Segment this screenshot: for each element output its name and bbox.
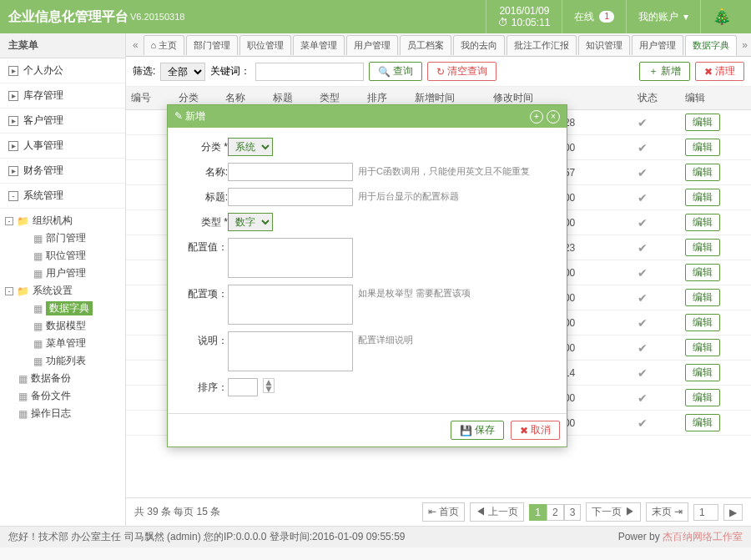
app-header: 企业信息化管理平台 V6.20150318 2016/01/09⏱ 10:05:… bbox=[0, 0, 751, 33]
pager-last[interactable]: 末页 ⇥ bbox=[646, 502, 688, 522]
tab[interactable]: 员工档案 bbox=[400, 35, 451, 55]
sidebar-tree: -📁 组织机构▦ 部门管理▦ 职位管理▦ 用户管理-📁 系统设置▦ 数据字典▦ … bbox=[0, 209, 125, 526]
edit-row-button[interactable]: 编辑 bbox=[685, 389, 720, 406]
tree-item[interactable]: ▦ 操作日志 bbox=[5, 405, 120, 422]
col-status[interactable]: 状态 bbox=[633, 87, 680, 110]
tree-item[interactable]: ▦ 职位管理 bbox=[5, 247, 120, 265]
status-icon: ✔ bbox=[633, 310, 680, 335]
pager: 共 39 条 每页 15 条 ⇤ 首页 ◀ 上一页 123 下一页 ▶ 末页 ⇥… bbox=[126, 497, 751, 526]
edit-row-button[interactable]: 编辑 bbox=[685, 289, 720, 306]
edit-row-button[interactable]: 编辑 bbox=[685, 189, 720, 206]
pager-prev[interactable]: ◀ 上一页 bbox=[470, 502, 524, 522]
field-value-textarea[interactable] bbox=[228, 238, 353, 278]
tab[interactable]: 批注工作汇报 bbox=[507, 35, 577, 55]
modal-refresh-icon[interactable]: + bbox=[530, 110, 543, 124]
filter-label: 筛选: bbox=[133, 64, 155, 78]
tree-item[interactable]: ▦ 功能列表 bbox=[5, 352, 120, 370]
nav-item[interactable]: ▸人事管理 bbox=[0, 134, 125, 159]
status-icon: ✔ bbox=[633, 160, 680, 185]
add-button[interactable]: ＋ 新增 bbox=[639, 62, 690, 81]
edit-row-button[interactable]: 编辑 bbox=[685, 214, 720, 231]
pager-next[interactable]: 下一页 ▶ bbox=[586, 502, 640, 522]
pager-go[interactable]: ▶ bbox=[723, 504, 743, 521]
tree-item[interactable]: ▦ 备份文件 bbox=[5, 387, 120, 405]
tab[interactable]: 我的去向 bbox=[453, 35, 505, 55]
status-icon: ✔ bbox=[633, 335, 680, 361]
tab[interactable]: 用户管理 bbox=[632, 35, 683, 55]
header-account[interactable]: 我的账户▾ bbox=[626, 0, 700, 33]
tab[interactable]: 职位管理 bbox=[239, 35, 291, 55]
status-icon: ✔ bbox=[633, 361, 680, 386]
status-icon: ✔ bbox=[633, 185, 680, 210]
edit-row-button[interactable]: 编辑 bbox=[685, 164, 720, 181]
header-tree-icon[interactable]: 🎄 bbox=[700, 0, 743, 33]
tree-item[interactable]: ▦ 部门管理 bbox=[5, 230, 120, 247]
filter-bar: 筛选: 全部 关键词： 🔍 查询 ↻ 清空查询 ＋ 新增 ✖ 清理 bbox=[126, 57, 751, 87]
tab[interactable]: 部门管理 bbox=[186, 35, 238, 55]
field-type-select[interactable]: 数字 bbox=[228, 213, 273, 231]
status-icon: ✔ bbox=[633, 110, 680, 135]
nav-item[interactable]: ▸财务管理 bbox=[0, 159, 125, 184]
sort-stepper[interactable]: ▲▼ bbox=[263, 378, 275, 393]
tab[interactable]: 用户管理 bbox=[346, 35, 398, 55]
nav-item[interactable]: ▸个人办公 bbox=[0, 58, 125, 83]
filter-all-select[interactable]: 全部 bbox=[160, 63, 205, 81]
tab[interactable]: 知识管理 bbox=[578, 35, 630, 55]
tab[interactable]: 数据字典 bbox=[685, 35, 737, 56]
keyword-input[interactable] bbox=[255, 63, 364, 81]
app-title: 企业信息化管理平台 bbox=[8, 8, 129, 26]
modal-header[interactable]: ✎ 新增 + × bbox=[168, 105, 567, 128]
modal-cancel-button[interactable]: ✖ 取消 bbox=[511, 421, 560, 440]
footer-power: Power by 杰百纳网络工作室 bbox=[618, 530, 743, 544]
tree-item[interactable]: ▦ 菜单管理 bbox=[5, 335, 120, 352]
nav-item[interactable]: ▸客户管理 bbox=[0, 108, 125, 134]
nav-item[interactable]: ▸库存管理 bbox=[0, 83, 125, 108]
tree-item[interactable]: ▦ 数据字典 bbox=[5, 300, 120, 317]
sidebar-title: 主菜单 bbox=[0, 33, 125, 58]
tab[interactable]: ⌂ 主页 bbox=[144, 35, 185, 55]
status-icon: ✔ bbox=[633, 285, 680, 310]
modal-close-icon[interactable]: × bbox=[547, 110, 560, 124]
field-desc-textarea[interactable] bbox=[228, 331, 353, 371]
add-modal: ✎ 新增 + × 分类 * 系统 名称: 用于C函数调用，只能使用英文且不能重复… bbox=[167, 104, 567, 447]
field-sort-input[interactable] bbox=[228, 378, 258, 396]
col-edit[interactable]: 编辑 bbox=[680, 87, 751, 110]
clean-button[interactable]: ✖ 清理 bbox=[695, 62, 744, 81]
tree-sys[interactable]: -📁 系统设置 bbox=[5, 282, 120, 300]
status-icon: ✔ bbox=[633, 411, 680, 436]
edit-row-button[interactable]: 编辑 bbox=[685, 114, 720, 131]
edit-row-button[interactable]: 编辑 bbox=[685, 414, 720, 431]
field-name-input[interactable] bbox=[228, 163, 353, 181]
tab-nav-right[interactable]: » bbox=[738, 38, 751, 53]
nav-item[interactable]: -系统管理 bbox=[0, 184, 125, 209]
tree-item[interactable]: ▦ 数据备份 bbox=[5, 370, 120, 387]
pager-page[interactable]: 1 bbox=[529, 504, 547, 521]
footer-left: 您好！技术部 办公室主任 司马飘然 (admin) 您的IP:0.0.0.0 登… bbox=[8, 530, 405, 544]
pager-page[interactable]: 2 bbox=[547, 504, 564, 521]
tab-nav-left[interactable]: « bbox=[129, 38, 142, 53]
tree-item[interactable]: ▦ 数据模型 bbox=[5, 317, 120, 335]
clear-button[interactable]: ↻ 清空查询 bbox=[427, 62, 496, 81]
header-online[interactable]: 在线1 bbox=[562, 0, 626, 33]
pager-page[interactable]: 3 bbox=[564, 504, 582, 521]
tree-org[interactable]: -📁 组织机构 bbox=[5, 212, 120, 230]
search-button[interactable]: 🔍 查询 bbox=[369, 62, 422, 81]
tree-item[interactable]: ▦ 用户管理 bbox=[5, 265, 120, 282]
tab[interactable]: 菜单管理 bbox=[293, 35, 345, 55]
field-title-input[interactable] bbox=[228, 188, 353, 206]
edit-row-button[interactable]: 编辑 bbox=[685, 364, 720, 381]
edit-row-button[interactable]: 编辑 bbox=[685, 239, 720, 256]
edit-row-button[interactable]: 编辑 bbox=[685, 139, 720, 156]
pager-first[interactable]: ⇤ 首页 bbox=[422, 502, 465, 522]
modal-save-button[interactable]: 💾 保存 bbox=[451, 421, 504, 440]
field-category-select[interactable]: 系统 bbox=[228, 138, 273, 156]
field-option-textarea[interactable] bbox=[228, 285, 353, 325]
edit-row-button[interactable]: 编辑 bbox=[685, 314, 720, 331]
edit-row-button[interactable]: 编辑 bbox=[685, 339, 720, 356]
keyword-label: 关键词： bbox=[210, 64, 250, 78]
status-icon: ✔ bbox=[633, 235, 680, 260]
header-datetime: 2016/01/09⏱ 10:05:11 bbox=[486, 0, 562, 33]
pager-goto-input[interactable] bbox=[693, 504, 718, 521]
footer: 您好！技术部 办公室主任 司马飘然 (admin) 您的IP:0.0.0.0 登… bbox=[0, 526, 751, 547]
edit-row-button[interactable]: 编辑 bbox=[685, 264, 720, 281]
